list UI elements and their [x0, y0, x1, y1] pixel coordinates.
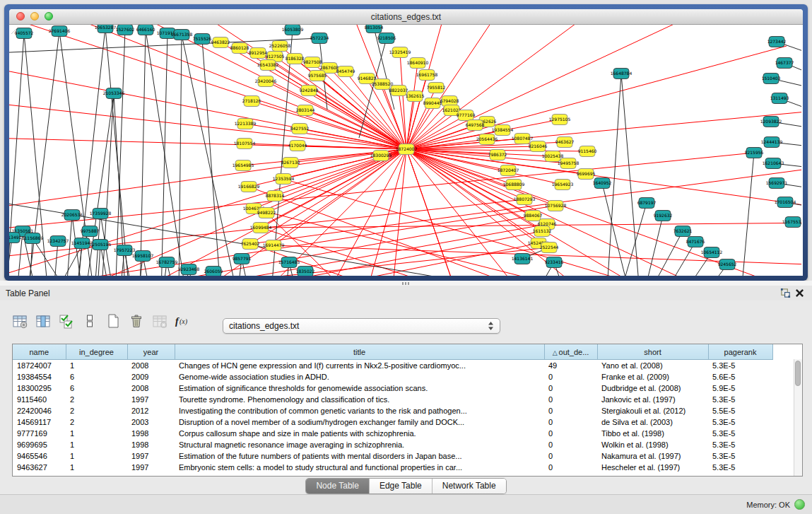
graph-node-2606059[interactable]: 2606059: [204, 267, 223, 276]
graph-node-12213389[interactable]: 12213389: [235, 119, 257, 129]
table-mode-icon[interactable]: [10, 312, 29, 331]
graph-node-11156869[interactable]: 11156869: [22, 233, 44, 244]
graph-node-6879197[interactable]: 6879197: [637, 198, 657, 209]
column-header-year[interactable]: year: [127, 344, 175, 360]
tab-edge-table[interactable]: Edge Table: [370, 479, 433, 493]
graph-node-9699695[interactable]: 9699695: [577, 169, 596, 180]
graph-node-12444139[interactable]: 12444139: [761, 137, 783, 148]
graph-node-17359928[interactable]: 17359928: [90, 209, 112, 219]
graph-node-9242848[interactable]: 9242848: [300, 86, 319, 96]
graph-node-9575685[interactable]: 9575685: [308, 71, 327, 81]
graph-node-7515526[interactable]: 7515526: [193, 34, 212, 45]
column-header-short[interactable]: short: [597, 344, 708, 360]
graph-node-2803144[interactable]: 2803144: [296, 105, 315, 116]
graph-node-14136141[interactable]: 14136141: [512, 254, 534, 264]
table-row[interactable]: 2242004622012Investigating the contribut…: [13, 405, 772, 416]
graph-node-10654112[interactable]: 10654112: [701, 247, 723, 258]
selection-mode-icon[interactable]: [57, 312, 76, 331]
graph-node-16099484[interactable]: 16099484: [250, 223, 272, 233]
graph-node-9884067[interactable]: 9884067: [524, 211, 543, 221]
graph-node-23420046[interactable]: 23420046: [255, 76, 277, 87]
table-row[interactable]: 911546021997Tourette syndrome. Phenomeno…: [13, 394, 772, 405]
graph-node-9218506[interactable]: 9218506: [377, 33, 396, 44]
graph-node-2522544[interactable]: 2522544: [540, 243, 559, 253]
graph-node-10688809[interactable]: 10688809: [503, 180, 525, 190]
resize-grip-icon[interactable]: [9, 25, 19, 35]
graph-node-7986372[interactable]: 7986372: [488, 150, 507, 160]
graph-node-19654985[interactable]: 19654985: [233, 160, 254, 171]
graph-node-1467377[interactable]: 1467377: [775, 58, 794, 69]
graph-node-7955812[interactable]: 7955812: [427, 83, 446, 93]
graph-node-8912954[interactable]: 8912954: [249, 48, 268, 59]
graph-node-1362615[interactable]: 1362615: [406, 91, 425, 102]
close-panel-icon[interactable]: [792, 287, 806, 300]
column-header-title[interactable]: title: [175, 344, 544, 360]
graph-node-16914479[interactable]: 16914479: [263, 240, 285, 251]
graph-node-16053809[interactable]: 16053809: [282, 25, 304, 35]
table-scrollbar[interactable]: [794, 359, 802, 476]
graph-node-12342757[interactable]: 12342757: [47, 236, 69, 247]
graph-node-16961758[interactable]: 16961758: [416, 70, 438, 81]
graph-node-9498222[interactable]: 9498222: [257, 208, 276, 218]
graph-node-9192632[interactable]: 9192632: [654, 211, 673, 221]
graph-node-12325419[interactable]: 12325419: [389, 47, 411, 58]
graph-node-18807293[interactable]: 18807293: [514, 194, 536, 205]
graph-node-2718126[interactable]: 2718126: [242, 96, 261, 107]
graph-node-17016504[interactable]: 17016504: [775, 197, 796, 208]
column-header-pagerank[interactable]: pagerank: [708, 344, 772, 360]
network-window-titlebar[interactable]: citations_edges.txt: [9, 9, 803, 25]
graph-node-11675534[interactable]: 11675534: [782, 217, 801, 228]
graph-node-8216046[interactable]: 8216046: [529, 141, 548, 152]
function-builder-icon[interactable]: f(x): [173, 312, 192, 331]
graph-node-9245652[interactable]: 9245652: [718, 259, 737, 270]
float-window-icon[interactable]: [778, 287, 792, 300]
graph-node-8267130[interactable]: 8267130: [281, 158, 300, 168]
column-display-icon[interactable]: [33, 312, 52, 331]
graph-node-1273442[interactable]: 1273442: [767, 37, 787, 47]
scrollbar-thumb[interactable]: [795, 361, 801, 386]
graph-node-15692971[interactable]: 15692971: [766, 178, 788, 189]
table-row[interactable]: 946362711997Embryonic stem cells: a mode…: [13, 462, 772, 473]
graph-node-25226058[interactable]: 25226058: [269, 41, 291, 52]
graph-node-16671358[interactable]: 16671358: [171, 30, 193, 40]
graph-node-4170044[interactable]: 4170044: [288, 141, 307, 151]
graph-node-8990445[interactable]: 8990445: [423, 98, 442, 109]
table-row[interactable]: 977716911998Corpus callosum shape and si…: [13, 428, 772, 439]
table-row[interactable]: 1938455462009Genome-wide association stu…: [13, 371, 772, 382]
graph-node-18724007[interactable]: 18724007: [396, 144, 418, 155]
rows-icon[interactable]: [80, 312, 99, 331]
memory-ok-indicator-icon[interactable]: [794, 499, 805, 510]
table-selector-dropdown[interactable]: citations_edges.txt: [223, 318, 500, 334]
table-row[interactable]: 969969511998Structural magnetic resonanc…: [13, 439, 772, 450]
graph-node-18300295[interactable]: 18300295: [370, 151, 392, 161]
graph-node-20564436[interactable]: 20564436: [476, 134, 498, 145]
graph-node-3913491[interactable]: 3913491: [9, 233, 22, 243]
graph-node-7625402[interactable]: 7625402: [241, 239, 260, 250]
graph-node-8454749[interactable]: 8454749: [336, 66, 355, 77]
graph-node-21053346[interactable]: 21053346: [103, 88, 125, 99]
graph-node-1510403[interactable]: 1510403: [762, 74, 781, 84]
column-header-name[interactable]: name: [13, 344, 66, 360]
tab-network-table[interactable]: Network Table: [433, 479, 506, 493]
graph-node-1835022[interactable]: 1835022: [296, 267, 315, 276]
new-table-icon[interactable]: [103, 312, 122, 331]
table-row[interactable]: 1872400712008Changes of HCN gene express…: [13, 360, 772, 372]
splitter-handle-icon[interactable]: [402, 282, 411, 285]
minimize-window-button[interactable]: [30, 12, 39, 21]
graph-node-9777169[interactable]: 9777169: [457, 110, 476, 121]
zoom-window-button[interactable]: [45, 12, 53, 21]
graph-node-8878314[interactable]: 8878314: [266, 191, 285, 201]
graph-node-9463822[interactable]: 9463822: [211, 37, 230, 48]
graph-node-19495758[interactable]: 19495758: [558, 158, 579, 169]
delete-trash-icon[interactable]: [126, 312, 146, 331]
graph-node-20206536[interactable]: 20206536: [61, 210, 83, 221]
graph-node-9857791[interactable]: 9857791: [233, 254, 252, 264]
graph-node-8427552[interactable]: 8427552: [290, 124, 310, 134]
graph-node-12093822[interactable]: 12093822: [760, 117, 782, 127]
graph-node-12505195[interactable]: 12505195: [90, 240, 112, 250]
graph-node-8572234[interactable]: 8572234: [310, 33, 329, 44]
graph-node-16782759[interactable]: 16782759: [156, 257, 178, 268]
close-window-button[interactable]: [16, 12, 25, 21]
citation-network-graph[interactable]: 1872400718300295946382288601288912954252…: [9, 25, 801, 276]
node-table-grid[interactable]: namein_degreeyeartitle△out_de...shortpag…: [13, 344, 773, 473]
